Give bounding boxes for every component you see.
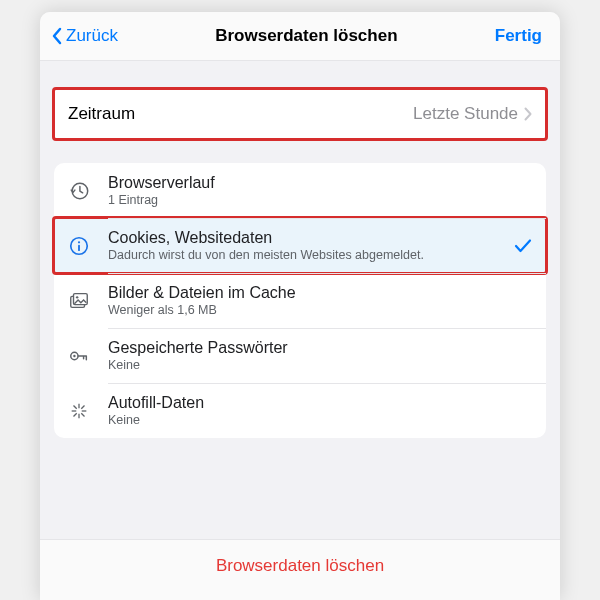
svg-point-2 (78, 241, 80, 243)
item-title: Bilder & Dateien im Cache (108, 284, 532, 302)
time-range-row[interactable]: Zeitraum Letzte Stunde (54, 89, 546, 139)
images-icon (68, 290, 108, 312)
svg-rect-3 (78, 244, 80, 250)
item-sub: Keine (108, 358, 532, 372)
item-sub: Keine (108, 413, 532, 427)
svg-point-8 (73, 354, 75, 356)
info-icon (68, 235, 108, 257)
item-passwords[interactable]: Gespeicherte Passwörter Keine (54, 328, 546, 383)
history-icon (68, 180, 108, 202)
time-range-label: Zeitraum (68, 104, 413, 124)
back-label: Zurück (66, 26, 118, 46)
item-title: Browserverlauf (108, 174, 532, 192)
item-sub: 1 Eintrag (108, 193, 532, 207)
checkmark-icon (514, 238, 532, 254)
item-autofill[interactable]: Autofill-Daten Keine (54, 383, 546, 438)
svg-line-16 (81, 405, 84, 408)
item-title: Autofill-Daten (108, 394, 532, 412)
item-sub: Weniger als 1,6 MB (108, 303, 532, 317)
svg-point-6 (76, 296, 78, 298)
done-button[interactable]: Fertig (495, 26, 542, 46)
data-types-card: Browserverlauf 1 Eintrag Cookies, Websit… (54, 163, 546, 438)
back-button[interactable]: Zurück (50, 26, 118, 46)
item-sub: Dadurch wirst du von den meisten Website… (108, 248, 506, 262)
item-title: Cookies, Websitedaten (108, 229, 506, 247)
svg-line-13 (74, 405, 77, 408)
item-title: Gespeicherte Passwörter (108, 339, 532, 357)
item-text: Autofill-Daten Keine (108, 394, 532, 427)
svg-line-15 (74, 413, 77, 416)
time-range-value: Letzte Stunde (413, 104, 518, 124)
item-cookies[interactable]: Cookies, Websitedaten Dadurch wirst du v… (54, 218, 546, 273)
item-history[interactable]: Browserverlauf 1 Eintrag (54, 163, 546, 218)
clear-data-button[interactable]: Browserdaten löschen (40, 539, 560, 600)
item-text: Gespeicherte Passwörter Keine (108, 339, 532, 372)
item-cache[interactable]: Bilder & Dateien im Cache Weniger als 1,… (54, 273, 546, 328)
chevron-left-icon (50, 26, 64, 46)
chevron-right-icon (524, 107, 532, 121)
content: Zeitraum Letzte Stunde Browserverlauf 1 … (40, 61, 560, 539)
item-text: Bilder & Dateien im Cache Weniger als 1,… (108, 284, 532, 317)
nav-bar: Zurück Browserdaten löschen Fertig (40, 12, 560, 61)
modal-sheet: Zurück Browserdaten löschen Fertig Zeitr… (40, 12, 560, 600)
autofill-icon (68, 400, 108, 422)
item-text: Cookies, Websitedaten Dadurch wirst du v… (108, 229, 506, 262)
svg-line-14 (81, 413, 84, 416)
page-title: Browserdaten löschen (215, 26, 397, 46)
time-range-card: Zeitraum Letzte Stunde (54, 89, 546, 139)
item-text: Browserverlauf 1 Eintrag (108, 174, 532, 207)
key-icon (68, 345, 108, 367)
